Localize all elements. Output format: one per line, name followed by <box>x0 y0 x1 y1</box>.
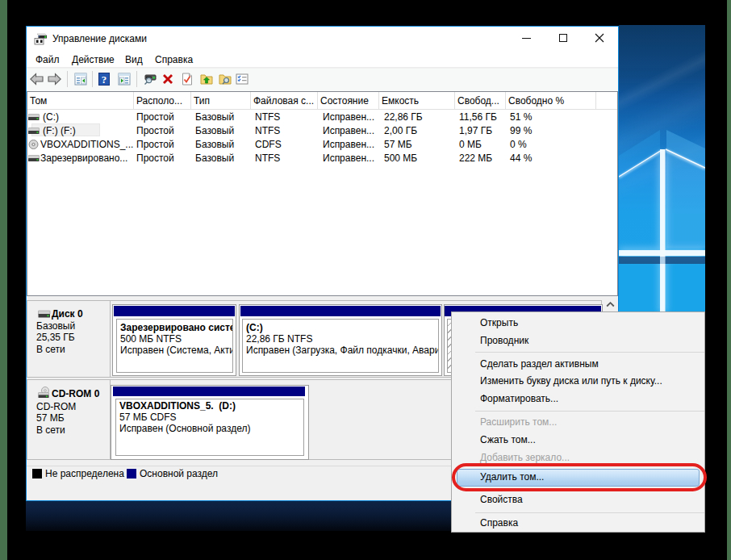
svg-text:?: ? <box>102 73 107 86</box>
